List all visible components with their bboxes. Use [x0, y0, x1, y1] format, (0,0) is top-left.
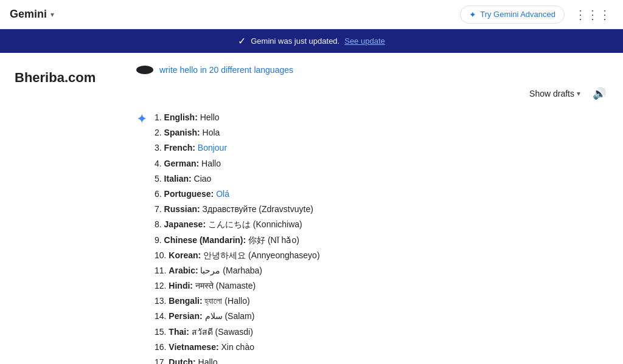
list-item: 16. Vietnamese: Xin chào	[155, 340, 320, 355]
nav-dropdown-icon[interactable]: ▾	[50, 10, 54, 19]
list-item: 11. Arabic: مرحبا (Marhaba)	[155, 263, 320, 278]
list-item: 1. English: Hello	[155, 110, 320, 125]
check-icon: ✓	[238, 35, 246, 47]
user-query: write hello in 20 different languages	[136, 65, 608, 75]
list-item: 15. Thai: สวัสดี (Sawasdi)	[155, 325, 320, 340]
list-item: 17. Dutch: Hallo	[155, 355, 320, 364]
banner-text: Gemini was just updated.	[251, 36, 339, 46]
list-item: 12. Hindi: नमस्ते (Namaste)	[155, 278, 320, 294]
show-drafts-label: Show drafts	[529, 89, 574, 98]
update-banner: ✓ Gemini was just updated. See update	[0, 29, 623, 53]
query-text: write hello in 20 different languages	[159, 65, 293, 75]
response-header: Show drafts ▾ 🔊	[136, 84, 608, 103]
chevron-down-icon: ▾	[577, 89, 580, 98]
list-item: 4. German: Hallo	[155, 156, 320, 171]
spark-icon: ✦	[469, 10, 476, 19]
top-nav: Gemini ▾ ✦ Try Gemini Advanced ⋮⋮⋮	[0, 0, 623, 29]
list-item: 9. Chinese (Mandarin): 你好 (Nǐ hǎo)	[155, 233, 320, 248]
see-update-link[interactable]: See update	[344, 36, 385, 46]
speaker-button[interactable]: 🔊	[590, 84, 608, 103]
gemini-logo: Gemini	[10, 8, 47, 21]
list-item: 2. Spanish: Hola	[155, 125, 320, 140]
list-item: 6. Portuguese: Olá	[155, 187, 320, 202]
grid-icon[interactable]: ⋮⋮⋮	[572, 5, 613, 24]
site-name: Bheriba.com	[15, 70, 124, 86]
response-body: ✦ 1. English: Hello2. Spanish: Hola3. Fr…	[136, 110, 608, 364]
list-item: 14. Persian: سلام (Salam)	[155, 309, 320, 324]
nav-left: Gemini ▾	[10, 8, 54, 21]
show-drafts-button[interactable]: Show drafts ▾	[524, 86, 585, 101]
main-content: Bheriba.com write hello in 20 different …	[0, 53, 623, 364]
user-avatar	[136, 66, 153, 74]
nav-right: ✦ Try Gemini Advanced ⋮⋮⋮	[460, 5, 613, 24]
try-advanced-label: Try Gemini Advanced	[480, 10, 555, 19]
list-item: 10. Korean: 안녕하세요 (Annyeonghaseyo)	[155, 248, 320, 263]
language-list: 1. English: Hello2. Spanish: Hola3. Fren…	[155, 110, 320, 364]
list-item: 7. Russian: Здравствуйте (Zdravstvuyte)	[155, 202, 320, 217]
list-item: 5. Italian: Ciao	[155, 171, 320, 187]
left-sidebar: Bheriba.com	[15, 65, 124, 364]
list-item: 8. Japanese: こんにちは (Konnichiwa)	[155, 217, 320, 232]
speaker-icon: 🔊	[593, 88, 606, 100]
list-item: 13. Bengali: হ্যালো (Hallo)	[155, 294, 320, 309]
gemini-star-icon: ✦	[136, 111, 147, 127]
try-advanced-button[interactable]: ✦ Try Gemini Advanced	[460, 5, 565, 24]
list-item: 3. French: Bonjour	[155, 140, 320, 156]
chat-area: write hello in 20 different languages Sh…	[136, 65, 608, 364]
